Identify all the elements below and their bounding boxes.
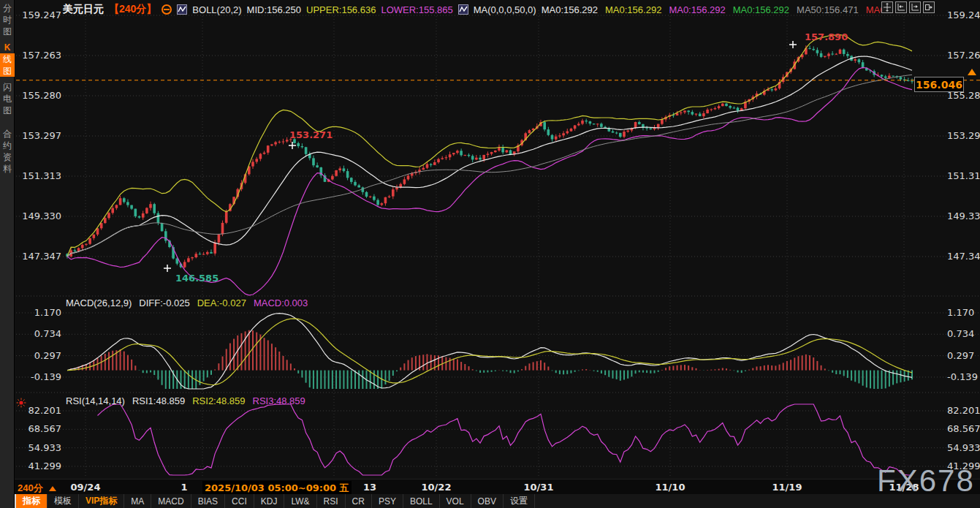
toolbar-item-CR[interactable]: CR xyxy=(346,494,372,508)
chart-canvas[interactable] xyxy=(0,0,980,508)
toolbar-item-MA[interactable]: MA xyxy=(124,494,151,508)
toolbar-item-设置[interactable]: 设置 xyxy=(504,494,535,508)
swing-high-label-2: 157.890 xyxy=(805,31,848,42)
x-axis-label: 1 xyxy=(181,482,187,493)
price-axis-tick-right: 153.297 xyxy=(947,130,980,141)
indicator-chip-icon xyxy=(177,4,187,15)
macd-panel-header: MACD(26,12,9) DIFF:-0.025 DEA:-0.027 MAC… xyxy=(66,297,308,308)
price-arrow-icon xyxy=(968,69,976,75)
sidebar-tab-char: 图 xyxy=(0,105,15,116)
rsi-axis-tick-left: 54.933 xyxy=(19,442,61,453)
sidebar-tab-char: 闪 xyxy=(0,81,15,93)
toolbar-item-LW&[interactable]: LW& xyxy=(284,494,316,508)
toolbar-item-MACD[interactable]: MACD xyxy=(151,494,191,508)
rsi-axis-tick-left: 68.567 xyxy=(19,423,61,434)
indicator-toolbar: 指标模板VIP指标MAMACDBIASCCIKDJLW&RSICRPSYBOLL… xyxy=(15,494,980,508)
x-axis-label: 11/10 xyxy=(656,482,685,493)
sidebar-tab-char: 线 xyxy=(0,53,15,65)
sidebar-tab-char: 图 xyxy=(0,65,15,77)
price-axis-tick-left: 155.280 xyxy=(19,90,61,101)
sidebar-tab-char: K xyxy=(0,42,15,53)
macd-diff-value: DIFF:-0.025 xyxy=(139,297,189,308)
sidebar-tab-flash-chart[interactable]: 闪电图 xyxy=(0,81,15,116)
period-up-triangle-icon xyxy=(49,486,56,491)
sidebar-tab-char: 料 xyxy=(0,163,15,175)
link-icon[interactable] xyxy=(162,4,172,15)
toolbar-item-CCI[interactable]: CCI xyxy=(225,494,254,508)
rsi-axis-tick-right: 54.933 xyxy=(947,442,980,453)
sidebar-tab-char: 时 xyxy=(0,14,15,26)
price-axis-tick-left: 147.347 xyxy=(19,251,61,262)
sidebar-tab-char: 图 xyxy=(0,26,15,37)
toolbar-item-VIP指标[interactable]: VIP指标 xyxy=(79,494,124,508)
x-axis-label: 11/19 xyxy=(772,482,802,493)
period-label: 【240分】 xyxy=(109,3,156,16)
rsi-title: RSI(14,14,14) xyxy=(66,395,125,406)
toolbar-item-BOLL[interactable]: BOLL xyxy=(403,494,440,508)
x-axis-row: 240分 2025/10/03 05:00~09:00 五 09/2411310… xyxy=(15,479,980,494)
macd-macd-value: MACD:0.003 xyxy=(254,297,308,308)
price-axis-tick-right: 157.263 xyxy=(947,50,980,61)
panel-shift-icon[interactable] xyxy=(923,1,935,13)
macd-axis-tick-right: 0.297 xyxy=(947,350,974,361)
scale-left-icon[interactable] xyxy=(895,1,907,13)
bar-datetime-tooltip: 2025/10/03 05:00~09:00 五 xyxy=(202,481,352,496)
ma-values: MA0:156.292MA0:156.292MA0:156.292MA0:156… xyxy=(542,4,894,15)
ma-value: MA0:156.292 xyxy=(542,4,598,15)
macd-axis-tick-left: 0.734 xyxy=(19,328,61,339)
toolbar-item-BIAS[interactable]: BIAS xyxy=(191,494,225,508)
sidebar-tab-time-chart[interactable]: 分时图 xyxy=(0,2,15,37)
indicator-chip-icon xyxy=(458,4,468,15)
toolbar-item-OBV[interactable]: OBV xyxy=(471,494,504,508)
ma-value: MA0:156.292 xyxy=(733,4,789,15)
left-tab-sidebar: 分时图K线图闪电图合约资料 xyxy=(0,0,15,508)
rsi-axis-tick-right: 82.201 xyxy=(947,405,980,416)
swing-high-label-1: 153.271 xyxy=(289,129,333,140)
rsi2-value: RSI2:48.859 xyxy=(192,395,245,406)
last-price-tag: 156.046 xyxy=(914,77,964,92)
rsi3-value: RSI3:48.859 xyxy=(253,395,305,406)
price-axis-tick-left: 159.247 xyxy=(19,10,61,20)
toolbar-item-RSI[interactable]: RSI xyxy=(317,494,346,508)
price-axis-tick-right: 159.247 xyxy=(947,10,980,20)
x-axis-label: 13 xyxy=(363,482,376,493)
crosshair-icon[interactable] xyxy=(881,1,893,13)
period-selector[interactable]: 240分 xyxy=(18,482,56,495)
fx678-watermark: FX678 xyxy=(877,463,975,498)
price-axis-tick-left: 157.263 xyxy=(19,50,61,61)
chart-tool-icons xyxy=(881,1,935,13)
rsi-axis-tick-right: 68.567 xyxy=(947,423,980,434)
ma-value: MA50:156.471 xyxy=(797,4,859,15)
toolbar-item-KDJ[interactable]: KDJ xyxy=(254,494,285,508)
sidebar-tab-char: 资 xyxy=(0,151,15,163)
boll-lower-value: LOWER:155.865 xyxy=(381,4,452,15)
ma-value: MA0:156.292 xyxy=(605,4,661,15)
price-axis-tick-left: 151.313 xyxy=(19,170,61,181)
macd-axis-tick-right: -0.139 xyxy=(947,371,978,382)
chart-header: 美元日元 【240分】 BOLL(20,2) MID:156.250 UPPER… xyxy=(63,3,893,16)
sidebar-tab-contract-info[interactable]: 合约资料 xyxy=(0,128,15,175)
symbol-name: 美元日元 xyxy=(63,3,104,16)
ma-value: MA0:156.292 xyxy=(669,4,725,15)
macd-axis-tick-left: 1.170 xyxy=(19,307,61,318)
boll-mid-value: MID:156.250 xyxy=(247,4,301,15)
toolbar-item-指标[interactable]: 指标 xyxy=(16,494,48,508)
sidebar-tab-char: 分 xyxy=(0,2,15,14)
ma-group-label: MA(0,0,0,50,0) xyxy=(474,4,536,15)
boll-upper-value: UPPER:156.636 xyxy=(306,4,376,15)
toolbar-item-PSY[interactable]: PSY xyxy=(372,494,403,508)
price-axis-tick-right: 151.313 xyxy=(947,170,980,181)
sidebar-tab-char: 合 xyxy=(0,128,15,140)
scale-right-icon[interactable] xyxy=(909,1,921,13)
rsi-axis-tick-left: 41.299 xyxy=(19,460,61,471)
toolbar-item-模板[interactable]: 模板 xyxy=(48,494,79,508)
x-axis-label: 10/22 xyxy=(422,482,452,493)
toolbar-item-VOL[interactable]: VOL xyxy=(440,494,471,508)
macd-axis-tick-left: 0.297 xyxy=(19,350,61,361)
x-axis-label: 09/24 xyxy=(71,482,101,493)
sidebar-tab-kline-chart[interactable]: K线图 xyxy=(0,42,15,77)
price-axis-tick-right: 147.347 xyxy=(947,251,980,262)
macd-dea-value: DEA:-0.027 xyxy=(197,297,246,308)
rsi1-value: RSI1:48.859 xyxy=(132,395,185,406)
price-axis-tick-right: 149.330 xyxy=(947,211,980,221)
